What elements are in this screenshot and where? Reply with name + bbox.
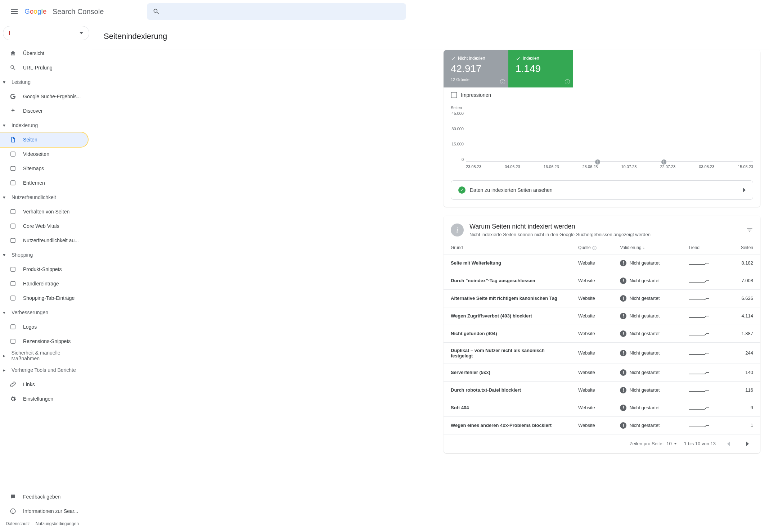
nav-icon [9, 49, 17, 58]
pages-cell: 1.887 [727, 325, 760, 342]
not-indexed-tile[interactable]: Nicht indexiert 42.917 12 Gründe ? [444, 50, 508, 87]
nav-section[interactable]: ▾Verbesserungen [0, 305, 92, 320]
nav-about[interactable]: Informationen zur Sear... [0, 504, 88, 518]
validation-cell: !Nicht gestartet [613, 381, 681, 399]
nav-item[interactable]: Produkt-Snippets [0, 262, 88, 276]
property-selector[interactable]: l [3, 26, 89, 40]
nav-links[interactable]: Links [0, 377, 88, 392]
table-row[interactable]: Wegen eines anderen 4xx-Problems blockie… [444, 416, 760, 434]
table-row[interactable]: Wegen Zugriffsverbot (403) blockiertWebs… [444, 307, 760, 325]
search-input[interactable] [147, 3, 406, 20]
nav-item[interactable]: Seiten [0, 132, 88, 147]
nav-label: Google Suche-Ergebnis... [23, 94, 81, 99]
table-row[interactable]: Duplikat – vom Nutzer nicht als kanonisc… [444, 342, 760, 364]
nav-section[interactable]: ▾Nutzerfreundlichkeit [0, 190, 92, 204]
table-row[interactable]: Soft 404Website!Nicht gestartet9 [444, 399, 760, 416]
nav-icon [9, 337, 17, 346]
nav-section[interactable]: ▾Leistung [0, 75, 92, 89]
table-row[interactable]: Seite mit WeiterleitungWebsite!Nicht ges… [444, 254, 760, 272]
nav-section[interactable]: ▾Indexierung [0, 118, 92, 132]
ytick: 0 [462, 157, 464, 162]
rows-per-page-select[interactable]: 10 [666, 441, 676, 446]
impressions-checkbox[interactable] [451, 92, 457, 98]
reasons-subtitle: Nicht indexierte Seiten können nicht in … [469, 232, 651, 237]
app-logo[interactable]: Google Search Console [24, 7, 104, 16]
nav-icon [9, 107, 17, 115]
pagination-range: 1 bis 10 von 13 [684, 441, 716, 446]
validation-cell: !Nicht gestartet [613, 254, 681, 272]
validation-cell: !Nicht gestartet [613, 364, 681, 381]
indexed-tile[interactable]: Indexiert 1.149 ? [508, 50, 573, 87]
nav-section[interactable]: ▾Shopping [0, 248, 92, 262]
nav-item[interactable]: Händlereinträge [0, 276, 88, 291]
source-cell: Website [571, 342, 613, 364]
reason-cell: Serverfehler (5xx) [444, 364, 571, 381]
nav-overview[interactable]: Übersicht [0, 46, 88, 60]
trend-cell [681, 272, 727, 289]
nav-settings[interactable]: Einstellungen [0, 392, 88, 406]
nav-item[interactable]: Entfernen [0, 176, 88, 190]
nav-label: Übersicht [23, 50, 44, 56]
nav-item[interactable]: Videoseiten [0, 147, 88, 161]
chevron-down-icon: ▾ [3, 122, 10, 128]
chart-marker[interactable]: 1 [661, 159, 666, 164]
check-circle-icon: ✓ [458, 186, 466, 194]
menu-button[interactable] [6, 3, 23, 20]
sparkline-icon [688, 422, 710, 429]
page-title: Seitenindexierung [92, 23, 769, 50]
validation-cell: !Nicht gestartet [613, 272, 681, 289]
nav-feedback[interactable]: Feedback geben [0, 490, 88, 504]
nav-item[interactable]: Core Web Vitals [0, 219, 88, 233]
nav-label: Links [23, 382, 35, 387]
svg-rect-3 [11, 181, 15, 185]
col-trend[interactable]: Trend [681, 242, 727, 254]
nav-item[interactable]: Shopping-Tab-Einträge [0, 291, 88, 305]
chart-marker[interactable]: 1 [595, 159, 600, 164]
nav-item[interactable]: Google Suche-Ergebnis... [0, 89, 88, 104]
nav-item[interactable]: Nutzerfreundlichkeit au... [0, 233, 88, 248]
nav-item[interactable]: Discover [0, 104, 88, 118]
terms-link[interactable]: Nutzungsbedingungen [36, 521, 79, 526]
sparkline-icon [688, 404, 710, 411]
exclamation-icon: ! [620, 295, 626, 302]
nav-icon [9, 492, 17, 501]
col-pages[interactable]: Seiten [727, 242, 760, 254]
table-row[interactable]: Durch "noindex"-Tag ausgeschlossenWebsit… [444, 272, 760, 289]
nav-icon [9, 63, 17, 72]
pages-cell: 8.182 [727, 254, 760, 272]
svg-text:?: ? [502, 80, 504, 84]
nav-item[interactable]: Logos [0, 320, 88, 334]
pages-cell: 116 [727, 381, 760, 399]
exclamation-icon: ! [620, 422, 626, 429]
col-validation[interactable]: Validierung ↓ [613, 242, 681, 254]
col-source[interactable]: Quelle ? [571, 242, 613, 254]
next-page-button[interactable] [742, 438, 753, 450]
col-reason[interactable]: Grund [444, 242, 571, 254]
nav-url-inspection[interactable]: URL-Prüfung [0, 60, 88, 75]
table-row[interactable]: Alternative Seite mit richtigem kanonisc… [444, 289, 760, 307]
nav-section-collapsed[interactable]: ▸Sicherheit & manuelle Maßnahmen [0, 348, 92, 363]
reason-cell: Duplikat – vom Nutzer nicht als kanonisc… [444, 342, 571, 364]
source-cell: Website [571, 289, 613, 307]
chart-ylabel: Seiten [451, 105, 753, 110]
privacy-link[interactable]: Datenschutz [6, 521, 30, 526]
nav-label: Logos [23, 324, 37, 330]
sparkline-icon [688, 295, 710, 302]
validation-cell: !Nicht gestartet [613, 416, 681, 434]
nav-label: Shopping-Tab-Einträge [23, 295, 75, 301]
table-row[interactable]: Serverfehler (5xx)Website!Nicht gestarte… [444, 364, 760, 381]
nav-label: Informationen zur Sear... [23, 508, 78, 514]
nav-section-collapsed[interactable]: ▸Vorherige Tools und Berichte [0, 363, 92, 377]
exclamation-icon: ! [620, 350, 626, 356]
view-indexed-data-link[interactable]: ✓ Daten zu indexierten Seiten ansehen [451, 180, 753, 200]
table-row[interactable]: Durch robots.txt-Datei blockiertWebsite!… [444, 381, 760, 399]
nav-item[interactable]: Verhalten von Seiten [0, 204, 88, 219]
prev-page-button[interactable] [723, 438, 734, 450]
help-icon[interactable]: ? [565, 79, 570, 85]
nav-item[interactable]: Sitemaps [0, 161, 88, 176]
filter-button[interactable] [746, 226, 753, 234]
table-row[interactable]: Nicht gefunden (404)Website!Nicht gestar… [444, 325, 760, 342]
validation-cell: !Nicht gestartet [613, 289, 681, 307]
nav-item[interactable]: Rezensions-Snippets [0, 334, 88, 348]
help-icon[interactable]: ? [500, 79, 505, 85]
